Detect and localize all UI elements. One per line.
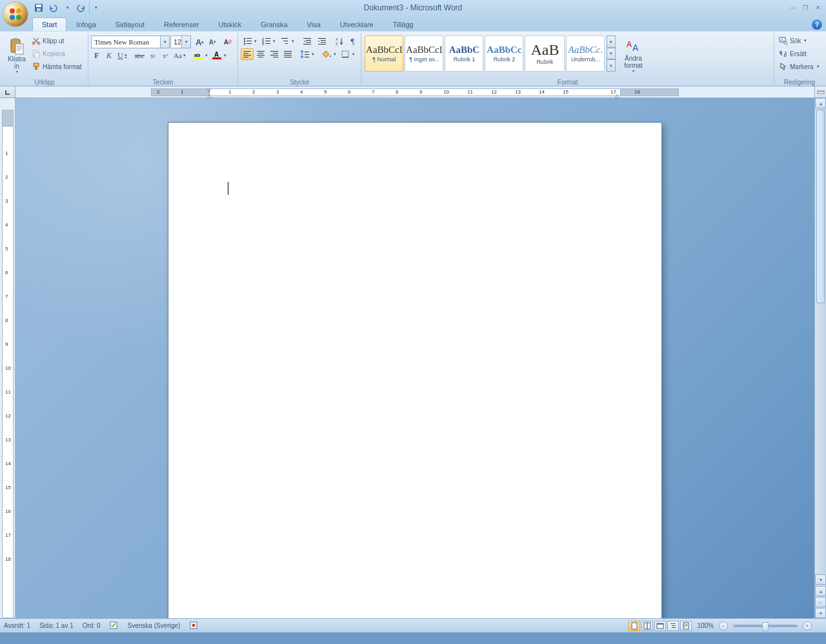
maximize-button[interactable]: ❐ (800, 3, 811, 12)
scroll-thumb[interactable] (816, 110, 825, 303)
view-full-screen[interactable] (641, 621, 653, 631)
svg-text:A: A (627, 40, 632, 49)
save-button[interactable] (32, 1, 45, 14)
clear-formatting-button[interactable]: A (221, 36, 235, 48)
style-normal[interactable]: AaBbCcI¶ Normal (365, 35, 403, 72)
shrink-font-button[interactable]: A▾ (206, 36, 218, 48)
sort-button[interactable]: AZ (333, 35, 346, 47)
svg-text:1: 1 (262, 37, 264, 41)
view-web-layout[interactable] (654, 621, 666, 631)
svg-rect-63 (284, 53, 292, 54)
change-case-button[interactable]: Aa (172, 50, 188, 61)
subscript-button[interactable]: x₂ (147, 50, 159, 61)
tab-infoga[interactable]: Infoga (66, 17, 106, 31)
browse-object-button[interactable]: ○ (815, 597, 826, 607)
page-viewport[interactable] (15, 98, 814, 618)
status-words[interactable]: Ord: 0 (83, 622, 101, 629)
multilevel-list-button[interactable] (278, 35, 296, 47)
view-outline[interactable] (667, 621, 679, 631)
tab-tillagg[interactable]: Tillägg (383, 17, 423, 31)
svg-point-69 (330, 55, 331, 57)
status-language[interactable]: Svenska (Sverige) (128, 622, 181, 629)
status-section[interactable]: Avsnitt: 1 (4, 622, 30, 629)
page-1[interactable] (168, 123, 661, 618)
increase-indent-button[interactable] (315, 35, 329, 47)
font-color-button[interactable]: A (210, 50, 228, 61)
style-scroll-up[interactable]: ▴ (607, 35, 616, 48)
undo-button[interactable] (46, 1, 59, 14)
shading-button[interactable] (320, 48, 338, 60)
status-macro-icon[interactable] (189, 621, 198, 631)
view-draft[interactable] (680, 621, 692, 631)
horizontal-ruler[interactable]: ▽ △ △ 211234567891011121314151718 (15, 86, 814, 98)
replace-button[interactable]: abErsätt (777, 47, 822, 60)
line-spacing-button[interactable] (298, 48, 316, 60)
svg-rect-95 (672, 627, 676, 628)
align-center-button[interactable] (254, 48, 267, 60)
align-right-button[interactable] (268, 48, 281, 60)
tab-visa[interactable]: Visa (297, 17, 330, 31)
tab-utskick[interactable]: Utskick (209, 17, 251, 31)
format-painter-button[interactable]: Hämta format (30, 60, 85, 73)
strikethrough-button[interactable]: abc (133, 50, 146, 61)
browse-prev-button[interactable]: ▴ (815, 586, 826, 596)
numbering-button[interactable]: 123 (259, 35, 277, 47)
borders-button[interactable] (339, 48, 357, 60)
cut-button[interactable]: Klipp ut (30, 34, 85, 47)
underline-button[interactable]: U (116, 50, 129, 61)
zoom-slider[interactable] (733, 625, 798, 627)
qat-customize[interactable] (89, 1, 102, 14)
change-styles-button[interactable]: AA Ändra format▾ (618, 34, 648, 77)
bold-button[interactable]: F (91, 50, 103, 61)
tab-selector[interactable] (0, 86, 15, 98)
select-button[interactable]: Markera (777, 60, 822, 73)
bullets-button[interactable] (241, 35, 259, 47)
tab-start[interactable]: Start (32, 17, 66, 31)
align-left-button[interactable] (241, 48, 254, 60)
superscript-button[interactable]: x² (159, 50, 171, 61)
status-proofing-icon[interactable] (110, 621, 119, 631)
ruler-toggle-button[interactable] (814, 86, 826, 98)
style-expand[interactable]: ▾ (607, 59, 616, 72)
scroll-up-button[interactable]: ▴ (815, 98, 826, 108)
find-button[interactable]: ASök (777, 34, 822, 47)
justify-button[interactable] (281, 48, 294, 60)
style-scroll-down[interactable]: ▾ (607, 48, 616, 60)
status-page[interactable]: Sida: 1 av 1 (39, 622, 74, 629)
copy-button[interactable]: Kopiera (30, 47, 85, 60)
redo-button[interactable] (75, 1, 88, 14)
document-area: 123456789101112131415161718 ▽ △ △ 211234… (0, 86, 826, 618)
decrease-indent-button[interactable] (300, 35, 314, 47)
undo-dropdown[interactable] (61, 1, 74, 14)
font-size-combo[interactable]: 12▾ (170, 35, 191, 48)
vertical-ruler[interactable]: 123456789101112131415161718 (0, 98, 15, 618)
zoom-level[interactable]: 100% (697, 622, 714, 629)
svg-rect-39 (285, 43, 288, 44)
highlight-button[interactable]: ab (192, 50, 210, 61)
scroll-down-button[interactable]: ▾ (815, 574, 826, 585)
grow-font-button[interactable]: A▴ (194, 36, 206, 48)
zoom-out-button[interactable]: − (719, 621, 728, 630)
paste-button[interactable]: Klistra in▾ (4, 34, 30, 77)
style-title[interactable]: AaBRubrik (525, 35, 565, 72)
tab-utvecklare[interactable]: Utvecklare (330, 17, 383, 31)
close-button[interactable]: ✕ (813, 3, 823, 12)
show-marks-button[interactable]: ¶ (347, 35, 358, 47)
zoom-in-button[interactable]: + (803, 621, 812, 630)
italic-button[interactable]: K (103, 50, 115, 61)
style-subtitle[interactable]: AaBbCc.Underrub... (566, 35, 605, 72)
tab-granska[interactable]: Granska (251, 17, 297, 31)
style-heading1[interactable]: AaBbCRubrik 1 (445, 35, 483, 72)
svg-text:Z: Z (336, 42, 338, 46)
office-button[interactable] (3, 1, 28, 27)
style-no-spacing[interactable]: AaBbCcI¶ Inget av... (405, 35, 443, 72)
tab-sidlayout[interactable]: Sidlayout (106, 17, 154, 31)
tab-referenser[interactable]: Referenser (154, 17, 208, 31)
view-print-layout[interactable] (629, 621, 640, 631)
vertical-scrollbar[interactable]: ▴ ▾ ▴ ○ ▾ (814, 98, 826, 618)
help-button[interactable]: ? (812, 19, 822, 30)
browse-next-button[interactable]: ▾ (815, 608, 826, 618)
font-name-combo[interactable]: Times New Roman▾ (91, 35, 170, 48)
minimize-button[interactable]: ─ (787, 3, 798, 12)
style-heading2[interactable]: AaBbCcRubrik 2 (485, 35, 523, 72)
